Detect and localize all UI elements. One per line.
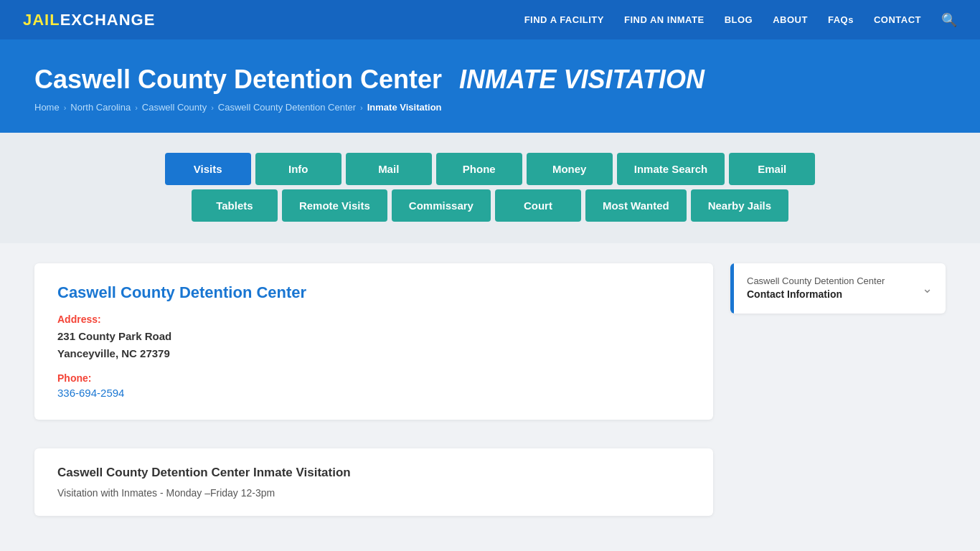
phone-label: Phone:: [57, 372, 690, 384]
tab-inmate-search[interactable]: Inmate Search: [617, 153, 725, 185]
tab-most-wanted[interactable]: Most Wanted: [585, 189, 687, 222]
city-state-zip: Yanceyville, NC 27379: [57, 347, 170, 359]
facility-name: Caswell County Detention Center: [57, 283, 690, 302]
site-header: JAILEXCHANGE FIND A FACILITY FIND AN INM…: [0, 0, 980, 42]
tabs-row-2: Tablets Remote Visits Commissary Court M…: [34, 189, 946, 222]
tab-email[interactable]: Email: [729, 153, 815, 185]
breadcrumb-facility[interactable]: Caswell County Detention Center: [218, 102, 356, 113]
tab-remote-visits[interactable]: Remote Visits: [282, 189, 387, 222]
nav-about[interactable]: ABOUT: [773, 14, 808, 25]
main-content: Caswell County Detention Center Address:…: [0, 243, 980, 536]
sidebar-card-title: Caswell County Detention Center Contact …: [747, 275, 885, 302]
facility-info-card: Caswell County Detention Center Address:…: [34, 263, 713, 420]
hero-banner: Caswell County Detention Center INMATE V…: [0, 42, 980, 133]
phone-number[interactable]: 336-694-2594: [57, 387, 124, 399]
tabs-section: Visits Info Mail Phone Money Inmate Sear…: [0, 133, 980, 243]
breadcrumb-current: Inmate Visitation: [367, 102, 442, 113]
tab-phone[interactable]: Phone: [436, 153, 522, 185]
nav-faqs[interactable]: FAQs: [828, 14, 854, 25]
sidebar-contact-card: Caswell County Detention Center Contact …: [730, 263, 946, 314]
breadcrumb: Home › North Carolina › Caswell County ›…: [34, 102, 946, 113]
nav-find-facility[interactable]: FIND A FACILITY: [524, 14, 604, 25]
chevron-down-icon: ⌄: [922, 281, 933, 296]
logo-jail: JAIL: [23, 11, 60, 29]
visitation-info-card: Caswell County Detention Center Inmate V…: [34, 448, 713, 516]
visitation-title: Caswell County Detention Center Inmate V…: [57, 466, 690, 480]
nav-contact[interactable]: CONTACT: [874, 14, 921, 25]
tab-commissary[interactable]: Commissary: [392, 189, 491, 222]
visitation-description: Visitation with Inmates - Monday –Friday…: [57, 487, 690, 499]
tab-nearby-jails[interactable]: Nearby Jails: [691, 189, 788, 222]
breadcrumb-home[interactable]: Home: [34, 102, 60, 113]
facility-address: 231 County Park Road Yanceyville, NC 273…: [57, 328, 690, 362]
logo-exchange: EXCHANGE: [60, 11, 156, 29]
sidebar-card-header[interactable]: Caswell County Detention Center Contact …: [730, 263, 946, 314]
street-address: 231 County Park Road: [57, 330, 171, 342]
tab-mail[interactable]: Mail: [346, 153, 432, 185]
tab-visits[interactable]: Visits: [165, 153, 251, 185]
tab-info[interactable]: Info: [255, 153, 341, 185]
breadcrumb-nc[interactable]: North Carolina: [70, 102, 131, 113]
tab-money[interactable]: Money: [527, 153, 613, 185]
tab-tablets[interactable]: Tablets: [192, 189, 278, 222]
main-nav: FIND A FACILITY FIND AN INMATE BLOG ABOU…: [524, 12, 957, 28]
site-logo[interactable]: JAILEXCHANGE: [23, 11, 155, 29]
address-label: Address:: [57, 314, 690, 325]
search-icon-button[interactable]: 🔍: [941, 12, 957, 28]
tab-court[interactable]: Court: [495, 189, 581, 222]
nav-blog[interactable]: BLOG: [725, 14, 753, 25]
tabs-row-1: Visits Info Mail Phone Money Inmate Sear…: [34, 153, 946, 185]
page-title: Caswell County Detention Center INMATE V…: [34, 65, 946, 95]
breadcrumb-county[interactable]: Caswell County: [142, 102, 207, 113]
right-sidebar: Caswell County Detention Center Contact …: [730, 263, 946, 516]
nav-find-inmate[interactable]: FIND AN INMATE: [624, 14, 705, 25]
